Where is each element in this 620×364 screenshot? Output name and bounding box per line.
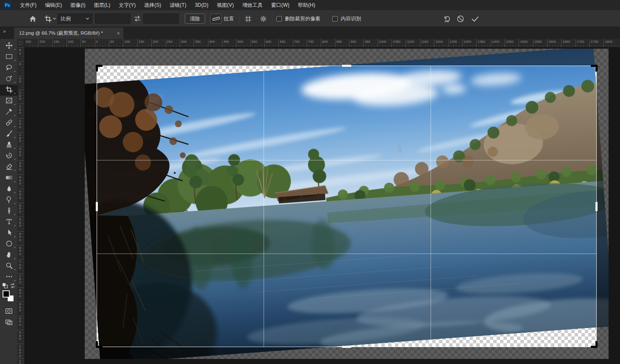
tool-type[interactable] bbox=[0, 217, 18, 228]
type-icon bbox=[6, 218, 13, 227]
cancel-crop-button[interactable] bbox=[456, 14, 465, 23]
tool-frame[interactable] bbox=[0, 96, 18, 107]
move-icon bbox=[6, 42, 13, 51]
menu-item[interactable]: 编辑(E) bbox=[41, 0, 66, 10]
reset-icon bbox=[443, 15, 451, 23]
swap-colors-icon[interactable] bbox=[10, 283, 16, 290]
home-icon[interactable] bbox=[28, 14, 37, 23]
crop-icon bbox=[44, 15, 52, 22]
overlay-options-button[interactable] bbox=[243, 14, 253, 23]
tool-history-brush[interactable] bbox=[0, 151, 18, 162]
tool-clone-stamp[interactable] bbox=[0, 140, 18, 151]
close-tab-icon[interactable]: × bbox=[117, 30, 120, 36]
tool-eraser[interactable] bbox=[0, 162, 18, 173]
color-swatches bbox=[3, 290, 15, 304]
tool-pen[interactable] bbox=[0, 206, 18, 217]
tool-move[interactable] bbox=[0, 41, 18, 52]
tool-lasso[interactable] bbox=[0, 63, 18, 74]
tool-crop[interactable] bbox=[0, 85, 18, 96]
tool-path-selection[interactable] bbox=[0, 228, 18, 239]
more-options-icon bbox=[6, 273, 13, 282]
gradient-icon bbox=[6, 174, 13, 183]
hand-icon bbox=[6, 251, 13, 260]
crop-ratio-select[interactable]: 比例 bbox=[58, 14, 92, 24]
commit-crop-button[interactable] bbox=[470, 14, 480, 23]
default-colors-icon[interactable] bbox=[2, 283, 8, 290]
brush-icon bbox=[6, 130, 13, 139]
menu-item[interactable]: 3D(D) bbox=[191, 0, 213, 10]
dodge-icon bbox=[6, 196, 13, 205]
horizontal-ruler[interactable]: 2502001501005005010015020025030035040045… bbox=[25, 39, 620, 47]
eraser-icon bbox=[6, 163, 13, 172]
menu-item[interactable]: 滤镜(T) bbox=[165, 0, 190, 10]
menu-item[interactable]: 图像(I) bbox=[66, 0, 89, 10]
crop-tool-preset-button[interactable] bbox=[44, 14, 57, 23]
straighten-button[interactable] bbox=[210, 14, 222, 24]
marquee-icon bbox=[6, 53, 13, 62]
content-aware-label: 内容识别 bbox=[341, 10, 361, 27]
options-bar: 比例 清除 拉直 删除裁剪的像素 内容识别 bbox=[0, 10, 620, 27]
crop-preview-area[interactable] bbox=[97, 66, 597, 347]
blur-icon bbox=[6, 185, 13, 194]
commit-icon bbox=[471, 15, 479, 23]
eyedropper-icon bbox=[6, 108, 13, 117]
mini-color-row bbox=[0, 283, 18, 290]
crop-settings-button[interactable] bbox=[259, 14, 268, 23]
tool-marquee[interactable] bbox=[0, 52, 18, 63]
history-brush-icon bbox=[6, 152, 13, 161]
menu-item[interactable]: 文字(Y) bbox=[114, 0, 140, 10]
delete-cropped-pixels-label: 删除裁剪的像素 bbox=[285, 10, 320, 27]
quick-mask-button[interactable] bbox=[5, 307, 13, 317]
path-selection-icon bbox=[6, 229, 13, 238]
separator bbox=[272, 13, 272, 24]
spot-healing-icon bbox=[6, 119, 13, 128]
menu-item[interactable]: 帮助(H) bbox=[294, 0, 320, 10]
clear-button[interactable]: 清除 bbox=[185, 14, 205, 24]
vertical-ruler[interactable]: 5 005 01 0 01 5 02 0 02 5 03 0 03 5 04 0… bbox=[18, 47, 25, 364]
ellipse-icon bbox=[6, 240, 13, 249]
straighten-label: 拉直 bbox=[224, 10, 234, 27]
tool-more-options[interactable] bbox=[0, 272, 18, 283]
separator bbox=[239, 13, 239, 24]
tool-blur[interactable] bbox=[0, 184, 18, 195]
ruler-origin-box[interactable] bbox=[18, 39, 25, 47]
tool-zoom[interactable] bbox=[0, 261, 18, 272]
tool-brush[interactable] bbox=[0, 129, 18, 140]
menu-bar: Ps 文件(F)编辑(E)图像(I)图层(L)文字(Y)选择(S)滤镜(T)3D… bbox=[0, 0, 620, 10]
crop-width-input[interactable] bbox=[95, 14, 131, 24]
swap-width-height-icon[interactable] bbox=[133, 14, 142, 23]
chevron-down-icon bbox=[86, 17, 89, 20]
tool-eyedropper[interactable] bbox=[0, 107, 18, 118]
menu-item[interactable]: 视图(V) bbox=[213, 0, 238, 10]
tool-object-selection[interactable] bbox=[0, 74, 18, 85]
menu-item[interactable]: 图层(L) bbox=[90, 0, 115, 10]
tool-hand[interactable] bbox=[0, 250, 18, 261]
menu-item[interactable]: 文件(F) bbox=[16, 0, 41, 10]
gear-icon bbox=[260, 15, 267, 22]
tool-gradient[interactable] bbox=[0, 173, 18, 184]
tool-ellipse[interactable] bbox=[0, 239, 18, 250]
lake-photo bbox=[97, 66, 597, 347]
menu-item[interactable]: 窗口(W) bbox=[267, 0, 294, 10]
tool-spot-healing[interactable] bbox=[0, 118, 18, 129]
photoshop-logo[interactable]: Ps bbox=[3, 1, 11, 9]
foreground-color-swatch[interactable] bbox=[3, 290, 10, 298]
crop-height-input[interactable] bbox=[143, 14, 179, 24]
menu-item[interactable]: 增效工具 bbox=[238, 0, 267, 10]
level-icon bbox=[212, 15, 220, 22]
object-selection-icon bbox=[6, 75, 13, 84]
screen-mode-button[interactable] bbox=[5, 318, 13, 328]
zoom-icon bbox=[6, 262, 13, 271]
document-tab[interactable]: 12.png @ 66.7% (裁剪预览, RGB/8#) * × bbox=[14, 28, 123, 39]
menu-item[interactable]: 选择(S) bbox=[140, 0, 165, 10]
document-tab-title: 12.png @ 66.7% (裁剪预览, RGB/8#) * bbox=[19, 30, 114, 36]
reset-crop-button[interactable] bbox=[442, 14, 452, 23]
frame-icon bbox=[6, 97, 13, 106]
delete-cropped-pixels-checkbox[interactable] bbox=[276, 16, 282, 22]
lasso-icon bbox=[6, 64, 13, 73]
toolbar-collapse-chevrons[interactable]: » bbox=[3, 28, 6, 34]
tool-dodge[interactable] bbox=[0, 195, 18, 206]
tab-strip: » 12.png @ 66.7% (裁剪预览, RGB/8#) * × bbox=[0, 27, 620, 39]
clone-stamp-icon bbox=[6, 141, 13, 150]
content-aware-checkbox[interactable] bbox=[332, 16, 338, 22]
